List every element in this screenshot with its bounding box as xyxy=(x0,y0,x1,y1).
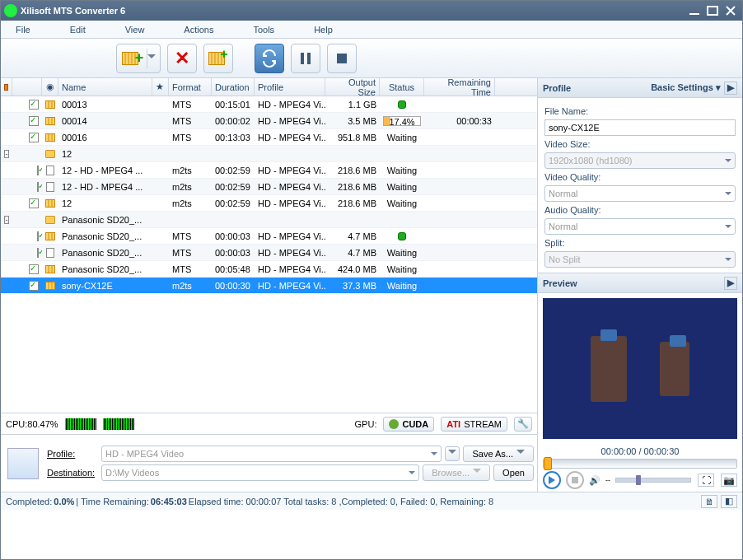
nvidia-icon xyxy=(389,419,399,429)
close-button[interactable] xyxy=(722,4,739,17)
fullscreen-button[interactable]: ⛶ xyxy=(698,474,714,487)
col-output[interactable]: Output Size xyxy=(325,78,380,96)
basic-settings-toggle[interactable]: Basic Settings ▾ xyxy=(651,82,721,93)
table-row[interactable]: Panasonic SD20_...MTS00:05:48HD - MPEG4 … xyxy=(1,261,537,278)
window-title: Xilisoft MTS Converter 6 xyxy=(21,6,685,16)
film-icon xyxy=(45,232,55,240)
col-format[interactable]: Format xyxy=(169,78,212,96)
col-duration[interactable]: Duration xyxy=(212,78,255,96)
menu-help[interactable]: Help xyxy=(314,25,333,35)
open-button[interactable]: Open xyxy=(493,464,534,481)
audioquality-combo[interactable]: Normal xyxy=(544,218,736,235)
profile-combo[interactable]: HD - MPEG4 Video xyxy=(101,446,442,462)
preview-slider[interactable] xyxy=(543,459,737,469)
table-row[interactable]: Panasonic SD20_...MTS00:00:03HD - MPEG4 … xyxy=(1,245,537,261)
log-button[interactable]: 🗎 xyxy=(701,495,717,508)
menu-tools[interactable]: Tools xyxy=(253,25,274,35)
row-checkbox[interactable] xyxy=(29,116,39,126)
row-checkbox[interactable] xyxy=(37,231,39,241)
table-row[interactable]: sony-CX12Em2ts00:00:30HD - MPEG4 Vi...37… xyxy=(1,278,537,294)
menu-edit[interactable]: Edit xyxy=(70,25,86,35)
pause-button[interactable] xyxy=(291,44,320,73)
progress-bar: 17.4% xyxy=(383,116,421,126)
menubar: File Edit View Actions Tools Help xyxy=(1,21,742,39)
menu-view[interactable]: View xyxy=(125,25,145,35)
table-row[interactable]: 00016MTS00:13:03HD - MPEG4 Vi...951.8 MB… xyxy=(1,129,537,146)
row-checkbox[interactable] xyxy=(29,198,39,208)
expand-icon[interactable]: - xyxy=(4,216,9,224)
col-name[interactable]: Name xyxy=(58,78,152,96)
cpu-label: CPU:80.47% xyxy=(6,419,58,429)
row-checkbox[interactable] xyxy=(29,281,39,291)
profile-panel-header: Profile Basic Settings ▾ ▶ xyxy=(538,78,742,98)
skin-button[interactable]: ◧ xyxy=(721,495,737,508)
browse-button[interactable]: Browse... xyxy=(423,464,490,481)
row-name: Panasonic SD20_... xyxy=(58,215,152,225)
row-checkbox[interactable] xyxy=(29,264,39,274)
split-combo[interactable]: No Split xyxy=(544,251,736,268)
file-rows[interactable]: 00013MTS00:15:01HD - MPEG4 Vi...1.1 GB00… xyxy=(1,96,537,413)
col-profile[interactable]: Profile xyxy=(255,78,325,96)
add-profile-button[interactable]: + xyxy=(203,44,233,73)
folder-icon xyxy=(45,216,55,224)
table-row[interactable]: 12 - HD - MPEG4 ...m2ts00:02:59HD - MPEG… xyxy=(1,162,537,179)
convert-button[interactable] xyxy=(255,44,284,73)
table-row[interactable]: 00014MTS00:00:02HD - MPEG4 Vi...3.5 MB17… xyxy=(1,113,537,129)
profile-panel: File Name: Video Size: 1920x1080 (hd1080… xyxy=(538,98,742,273)
row-checkbox[interactable] xyxy=(37,166,39,175)
videoquality-combo[interactable]: Normal xyxy=(544,185,736,202)
preview-stop-button[interactable] xyxy=(566,471,584,489)
row-checkbox[interactable] xyxy=(29,133,39,142)
audioquality-label: Audio Quality: xyxy=(544,205,736,215)
row-checkbox[interactable] xyxy=(37,248,39,258)
destination-combo[interactable]: D:\My Videos xyxy=(101,464,419,481)
titlebar: Xilisoft MTS Converter 6 xyxy=(1,1,742,21)
profile-panel-arrow-icon[interactable]: ▶ xyxy=(724,82,737,95)
table-row[interactable]: Panasonic SD20_...MTS00:00:03HD - MPEG4 … xyxy=(1,228,537,245)
menu-actions[interactable]: Actions xyxy=(184,25,213,35)
row-checkbox[interactable] xyxy=(37,182,39,192)
table-row[interactable]: -12 xyxy=(1,146,537,162)
videosize-combo[interactable]: 1920x1080 (hd1080) xyxy=(544,152,736,169)
gpu-settings-button[interactable]: 🔧 xyxy=(514,417,532,432)
table-row[interactable]: -Panasonic SD20_... xyxy=(1,212,537,228)
preview-figure-icon xyxy=(660,342,689,396)
col-type-icon[interactable]: ◉ xyxy=(42,78,58,96)
profile-options-button[interactable] xyxy=(445,446,460,461)
gpu-label: GPU: xyxy=(355,419,377,429)
play-button[interactable] xyxy=(543,471,561,489)
slider-thumb-icon[interactable] xyxy=(544,457,552,470)
volume-slider[interactable] xyxy=(615,478,691,483)
delete-button[interactable]: ✕ xyxy=(167,44,197,73)
col-status[interactable]: Status xyxy=(380,78,424,96)
add-file-button[interactable]: + xyxy=(116,44,161,73)
maximize-button[interactable] xyxy=(704,4,721,17)
col-remaining[interactable]: Remaining Time xyxy=(424,78,495,96)
expand-icon[interactable]: - xyxy=(4,150,9,158)
select-all-icon[interactable] xyxy=(4,84,8,91)
row-name: 12 - HD - MPEG4 ... xyxy=(58,182,152,192)
preview-arrow-icon[interactable]: ▶ xyxy=(724,277,737,290)
ati-stream-button[interactable]: ATISTREAM xyxy=(441,417,507,432)
stop-button[interactable] xyxy=(327,44,357,73)
cpu-graph-icon xyxy=(65,418,96,430)
table-row[interactable]: 12 - HD - MPEG4 ...m2ts00:02:59HD - MPEG… xyxy=(1,179,537,195)
table-row[interactable]: 00013MTS00:15:01HD - MPEG4 Vi...1.1 GB xyxy=(1,96,537,113)
right-panel: Profile Basic Settings ▾ ▶ File Name: Vi… xyxy=(538,78,742,492)
volume-icon[interactable]: 🔊 xyxy=(589,475,600,486)
table-row[interactable]: 12m2ts00:02:59HD - MPEG4 Vi...218.6 MBWa… xyxy=(1,195,537,212)
col-star-icon[interactable]: ★ xyxy=(152,78,169,96)
minimize-button[interactable] xyxy=(686,4,703,17)
svg-rect-1 xyxy=(708,7,717,15)
save-as-button[interactable]: Save As... xyxy=(463,446,534,462)
row-name: 00016 xyxy=(58,133,152,142)
snapshot-button[interactable]: 📷 xyxy=(721,474,737,487)
menu-file[interactable]: File xyxy=(16,25,30,35)
row-checkbox[interactable] xyxy=(29,100,39,110)
status-rest: Elapsed time: 00:00:07 Total tasks: 8 ,C… xyxy=(189,497,493,506)
svg-rect-4 xyxy=(301,53,304,64)
cuda-button[interactable]: CUDA xyxy=(383,417,434,432)
filename-label: File Name: xyxy=(544,106,736,116)
row-name: 12 xyxy=(58,149,152,159)
filename-input[interactable] xyxy=(544,119,736,136)
